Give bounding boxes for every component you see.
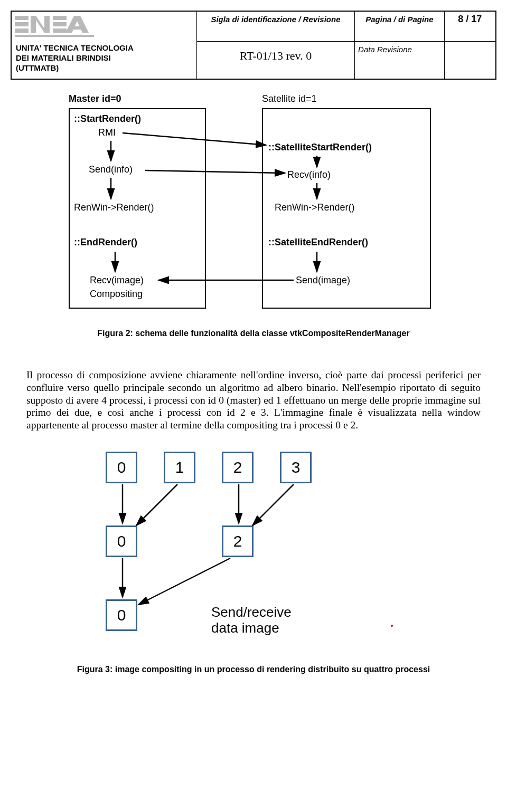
unit-line3: (UTTMATB) bbox=[16, 63, 59, 72]
header-empty-cell bbox=[444, 41, 496, 79]
svg-rect-8 bbox=[72, 26, 82, 30]
svg-line-22 bbox=[252, 484, 294, 526]
svg-rect-9 bbox=[15, 35, 94, 37]
header-data-rev: Data Revisione bbox=[355, 41, 445, 79]
header-doc-code: RT-01/13 rev. 0 bbox=[196, 41, 354, 79]
svg-marker-3 bbox=[31, 16, 50, 33]
figure-2-diagram: Master id=0 Satellite id=1 ::StartRender… bbox=[53, 93, 454, 326]
unit-line1: UNITA' TECNICA TECNOLOGIA bbox=[16, 43, 134, 52]
svg-rect-1 bbox=[15, 22, 29, 26]
svg-line-14 bbox=[145, 170, 285, 173]
figure-2-caption: Figura 2: schema delle funzionalità dell… bbox=[11, 329, 496, 338]
figure-2-arrows bbox=[53, 93, 454, 326]
figure-3-diagram: 0 1 2 3 0 2 0 Se bbox=[95, 446, 412, 653]
sr-line2: data image bbox=[211, 620, 279, 636]
enea-logo-icon bbox=[15, 14, 94, 39]
header-page-num: 8 / 17 bbox=[444, 11, 496, 41]
tiny-red-marker bbox=[391, 625, 393, 627]
svg-rect-6 bbox=[53, 28, 67, 33]
sr-line1: Send/receive bbox=[211, 604, 292, 620]
svg-line-24 bbox=[138, 558, 230, 605]
header-col-pagina: Pagina / di Pagine bbox=[355, 11, 445, 41]
svg-rect-2 bbox=[15, 28, 29, 33]
unit-line2: DEI MATERIALI BRINDISI bbox=[16, 53, 111, 62]
figure-3-caption: Figura 3: image compositing in un proces… bbox=[11, 665, 496, 674]
body-paragraph: Il processo di composizione avviene chia… bbox=[26, 369, 481, 432]
svg-line-20 bbox=[136, 484, 177, 526]
header-col-sigla: Sigla di identificazione / Revisione bbox=[196, 11, 354, 41]
svg-marker-7 bbox=[65, 16, 89, 33]
enea-logo bbox=[15, 14, 193, 39]
svg-rect-4 bbox=[53, 16, 67, 20]
svg-line-10 bbox=[123, 133, 266, 145]
svg-rect-0 bbox=[15, 16, 29, 20]
document-header: Sigla di identificazione / Revisione Pag… bbox=[11, 11, 496, 80]
svg-rect-5 bbox=[53, 22, 67, 26]
send-receive-label: Send/receive data image bbox=[211, 605, 292, 636]
header-unit: UNITA' TECNICA TECNOLOGIA DEI MATERIALI … bbox=[11, 41, 196, 79]
